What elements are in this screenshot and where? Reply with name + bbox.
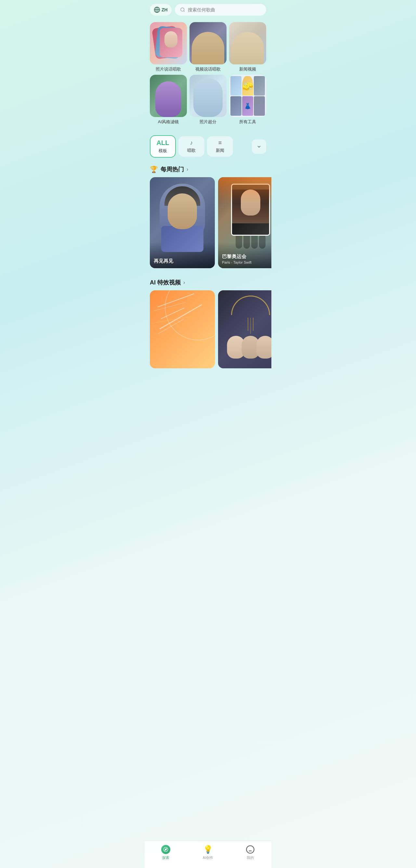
face-3	[256, 336, 272, 359]
lang-label: ZH	[162, 7, 168, 12]
tab-sing-label: 唱歌	[187, 148, 196, 153]
card-text-zaijian: 再见再见	[154, 258, 211, 264]
feature-label-news-video: 新闻视频	[229, 66, 266, 72]
search-icon	[180, 7, 185, 12]
tab-sing-icon: ♪	[190, 140, 193, 146]
trophy-icon: 🏆	[150, 165, 158, 173]
tab-all-label-sub: 模板	[159, 148, 167, 154]
card-title-paris: 巴黎奥运会	[222, 254, 271, 260]
feature-card-photo-sing[interactable]: 照片说话唱歌	[150, 22, 187, 72]
globe-icon	[154, 6, 160, 13]
nav-mine[interactable]: 我的	[229, 845, 271, 860]
weekly-hot-header: 🏆 每周热门 ›	[145, 160, 271, 177]
feature-row-1: 照片说话唱歌 视频说话唱歌 新闻视频	[150, 22, 266, 72]
ai-effects-title: AI 特效视频	[150, 279, 181, 286]
tool-thumb-5: 👗	[242, 96, 253, 116]
ai-orange-lines	[150, 290, 215, 368]
weekly-hot-scroll[interactable]: 再见再见	[145, 177, 271, 273]
nav-ai-create-label: AI创作	[203, 855, 213, 860]
nav-explore-label: 探索	[162, 855, 169, 860]
feature-img-news-video	[229, 22, 266, 64]
smiley-icon	[246, 845, 255, 854]
ai-card-orange[interactable]	[150, 290, 215, 368]
feature-card-video-sing[interactable]: 视频说话唱歌	[190, 22, 226, 72]
nav-explore[interactable]: 探索	[145, 845, 187, 860]
ai-effects-header: AI 特效视频 ›	[145, 273, 271, 290]
feature-card-all-tools[interactable]: 🧽 👗 所有工具	[229, 75, 266, 125]
feature-img-ai-filter	[150, 75, 187, 117]
tool-thumb-6	[254, 96, 265, 116]
card-title-zaijian: 再见再见	[154, 258, 211, 264]
tool-thumb-3	[254, 76, 265, 96]
header: ZH	[145, 0, 271, 20]
search-bar[interactable]	[175, 4, 266, 16]
feature-card-news-video[interactable]: 新闻视频	[229, 22, 266, 72]
tab-news[interactable]: ≡ 新闻	[207, 136, 233, 157]
feature-card-ai-filter[interactable]: AI风格滤镜	[150, 75, 187, 125]
content-card-paris[interactable]: 巴黎奥运会 Paris - Taylor Swift	[218, 177, 271, 268]
svg-line-4	[184, 11, 185, 12]
tab-all-label-main: ALL	[157, 139, 169, 147]
weekly-hot-arrow: ›	[187, 166, 188, 172]
nav-explore-icon	[161, 845, 170, 854]
ai-effects-scroll[interactable]	[145, 290, 271, 374]
tab-expand-button[interactable]	[252, 140, 266, 154]
tool-thumb-4	[230, 96, 242, 116]
card-subtitle-paris: Paris - Taylor Swift	[222, 260, 271, 264]
feature-label-video-sing: 视频说话唱歌	[190, 66, 226, 72]
svg-marker-6	[165, 848, 167, 850]
feature-row-2: AI风格滤镜 照片超分 🧽 👗	[150, 75, 266, 125]
bottom-nav: 探索 💡 AI创作 我的	[145, 841, 271, 868]
svg-point-3	[181, 8, 184, 11]
lang-button[interactable]: ZH	[150, 4, 171, 16]
ai-card-bg-artdeco	[218, 290, 271, 368]
ai-effects-arrow: ›	[183, 280, 185, 285]
tab-news-icon: ≡	[218, 140, 222, 146]
feature-label-photo-sing: 照片说话唱歌	[150, 66, 187, 72]
content-card-zaijian[interactable]: 再见再见	[150, 177, 215, 268]
feature-card-photo-enhance[interactable]: 照片超分	[190, 75, 226, 125]
ai-card-bg-orange	[150, 290, 215, 368]
feature-grid: 照片说话唱歌 视频说话唱歌 新闻视频	[145, 20, 271, 133]
feature-img-all-tools: 🧽 👗	[229, 75, 266, 117]
feature-img-photo-sing	[150, 22, 187, 64]
compass-icon	[163, 845, 168, 854]
tool-thumb-1	[230, 76, 242, 96]
feature-label-photo-enhance: 照片超分	[190, 119, 226, 125]
ai-arch	[231, 296, 270, 315]
tab-news-label: 新闻	[216, 148, 224, 153]
ai-faces-row	[229, 336, 272, 359]
svg-point-7	[246, 845, 254, 853]
feature-img-photo-enhance	[190, 75, 226, 117]
feature-img-video-sing	[190, 22, 226, 64]
tabs-bar: ALL 模板 ♪ 唱歌 ≡ 新闻	[145, 133, 271, 160]
feature-label-ai-filter: AI风格滤镜	[150, 119, 187, 125]
tab-sing[interactable]: ♪ 唱歌	[179, 136, 204, 157]
chevron-down-icon	[256, 144, 262, 149]
ai-card-artdeco[interactable]	[218, 290, 271, 368]
search-input[interactable]	[188, 7, 261, 12]
tab-all[interactable]: ALL 模板	[150, 135, 176, 158]
weekly-hot-title: 每周热门	[161, 165, 184, 173]
feature-label-all-tools: 所有工具	[229, 119, 266, 125]
nav-mine-label: 我的	[247, 855, 254, 860]
nav-ai-create[interactable]: 💡 AI创作	[187, 845, 229, 860]
tool-thumb-2: 🧽	[242, 76, 253, 96]
card-text-paris: 巴黎奥运会 Paris - Taylor Swift	[222, 254, 271, 264]
nav-mine-icon	[246, 845, 255, 854]
nav-ai-create-icon: 💡	[203, 845, 213, 854]
